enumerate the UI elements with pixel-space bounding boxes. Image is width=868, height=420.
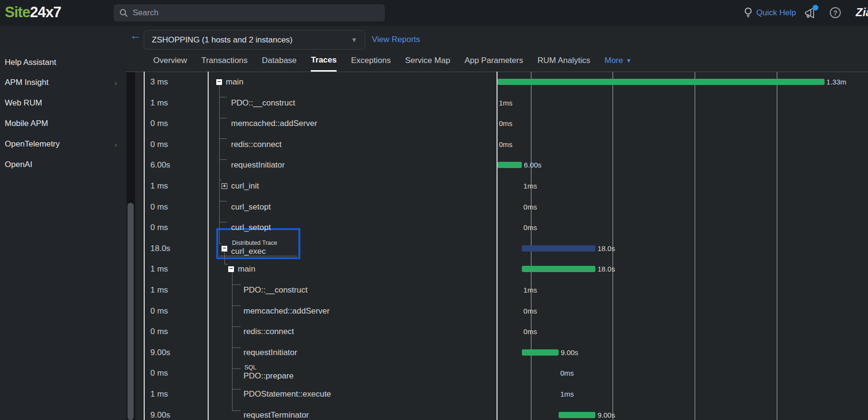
sidebar-item-opentelemetry[interactable]: OpenTelemetry› <box>0 136 126 152</box>
tab-more[interactable]: More▼ <box>604 50 632 72</box>
collapse-icon[interactable]: − <box>216 79 222 85</box>
global-search-bar[interactable] <box>114 4 385 21</box>
tab-rum-analytics[interactable]: RUM Analytics <box>538 50 591 72</box>
tree-connector-line <box>219 159 227 160</box>
timeline-bar-green[interactable] <box>522 266 595 272</box>
timeline-bar-green[interactable] <box>498 79 825 85</box>
collapse-icon[interactable]: − <box>222 246 227 252</box>
quick-help-button[interactable]: Quick Help <box>744 7 796 19</box>
trace-row[interactable]: 0 msPDO::prepareSQL0ms <box>0 363 868 384</box>
tab-transactions[interactable]: Transactions <box>201 50 248 72</box>
trace-row[interactable]: 18.0scurl_execDistributed Trace−18.0s <box>0 238 868 259</box>
tree-connector-line <box>232 326 241 327</box>
zia-logo[interactable]: Zia <box>856 6 868 22</box>
trace-row[interactable]: 0 msmemcached::addServer0ms <box>0 301 868 322</box>
timeline-bar-green[interactable] <box>498 162 522 168</box>
sidebar-item-openai[interactable]: OpenAI <box>0 157 126 173</box>
timeline-bar-value: 18.0s <box>597 238 615 259</box>
tree-connector-line <box>219 80 220 244</box>
tree-connector-line <box>219 222 227 222</box>
trace-row[interactable]: 6.00srequestInitiator6.00s <box>0 155 868 176</box>
tree-connector-line <box>232 284 241 285</box>
tab-database[interactable]: Database <box>262 50 297 72</box>
span-name[interactable]: main <box>238 259 255 280</box>
timeline-bar-green[interactable] <box>559 412 595 418</box>
tab-service-map[interactable]: Service Map <box>405 50 450 72</box>
span-name[interactable]: memcached::addServer <box>243 301 329 322</box>
trace-row[interactable]: 3 msmain−1.33m <box>0 72 868 93</box>
chevron-down-icon: ▼ <box>626 57 632 64</box>
help-circle-button[interactable]: ? <box>830 7 841 18</box>
application-selector-dropdown[interactable]: ZSHOPPING (1 hosts and 2 instances) ▼ <box>144 30 365 50</box>
sidebar-item-web-rum[interactable]: Web RUM <box>0 95 126 111</box>
trace-row[interactable]: 0 mscurl_setopt0ms <box>0 197 868 218</box>
trace-row[interactable]: 0 mscurl_setopt0ms <box>0 217 868 238</box>
span-duration: 0 ms <box>150 321 168 342</box>
tree-connector-line <box>219 138 227 139</box>
span-name[interactable]: requestInitiator <box>243 342 297 363</box>
site24x7-logo[interactable]: Site24x7 <box>5 4 61 21</box>
span-name[interactable]: curl_setopt <box>231 217 271 238</box>
trace-row[interactable]: 9.00srequestTerminator9.00s <box>0 405 868 420</box>
tab-overview[interactable]: Overview <box>153 50 187 72</box>
span-name[interactable]: redis::connect <box>243 321 294 342</box>
trace-row[interactable]: 0 msmemcached::addServer0ms <box>0 113 868 134</box>
trace-row[interactable]: 1 msPDOStatement::execute1ms <box>0 384 868 405</box>
tab-label: App Parameters <box>465 56 523 65</box>
span-duration: 1 ms <box>150 384 168 405</box>
sidebar-item-label: Web RUM <box>5 98 42 108</box>
tree-connector-line <box>232 410 241 411</box>
span-name[interactable]: main <box>226 72 243 93</box>
timeline-bar-green[interactable] <box>522 349 559 356</box>
timeline-bar-value: 18.0s <box>597 259 615 280</box>
trace-row[interactable]: 1 mscurl_init+1ms <box>0 176 868 197</box>
trace-row[interactable]: 1 msPDO::__construct1ms <box>0 280 868 301</box>
view-reports-link[interactable]: View Reports <box>372 35 420 44</box>
tab-app-parameters[interactable]: App Parameters <box>465 50 523 72</box>
tab-label: Exceptions <box>351 56 391 65</box>
search-input[interactable] <box>133 8 362 18</box>
announcements-button[interactable] <box>804 7 817 20</box>
timeline-bar-blue[interactable] <box>522 245 595 252</box>
span-name[interactable]: PDO::__construct <box>243 280 307 301</box>
tree-connector-line <box>219 243 222 244</box>
back-button[interactable]: ← <box>130 29 141 42</box>
trace-row[interactable]: 1 msPDO::__construct1ms <box>0 93 868 114</box>
application-selector-value: ZSHOPPING (1 hosts and 2 instances) <box>152 35 351 45</box>
tab-exceptions[interactable]: Exceptions <box>351 50 391 72</box>
span-name[interactable]: PDO::__construct <box>231 93 295 114</box>
span-name[interactable]: PDOStatement::execute <box>243 384 331 405</box>
timeline-value-label: 0ms <box>499 134 512 155</box>
sidebar-item-label: Mobile APM <box>5 119 48 128</box>
sidebar-item-apm-insight[interactable]: APM Insight› <box>0 74 126 91</box>
sidebar-item-help-assistant[interactable]: Help Assistant <box>0 54 126 71</box>
span-duration: 1 ms <box>150 176 168 197</box>
timeline-value-label: 1ms <box>499 93 512 114</box>
span-name[interactable]: curl_setopt <box>231 197 271 218</box>
span-name[interactable]: requestInitiator <box>231 155 285 176</box>
timeline-bar-value: 9.00s <box>597 405 615 420</box>
span-duration: 1 ms <box>150 259 168 280</box>
span-name[interactable]: redis::connect <box>231 134 282 155</box>
trace-row[interactable]: 1 msmain−18.0s <box>0 259 868 280</box>
span-name[interactable]: requestTerminator <box>243 405 309 420</box>
timeline-bar-value: 1.33m <box>826 72 847 93</box>
span-name[interactable]: memcached::addServer <box>231 113 317 134</box>
collapse-icon[interactable]: − <box>228 266 234 272</box>
span-duration: 0 ms <box>150 134 168 155</box>
span-duration: 9.00s <box>150 342 170 363</box>
sidebar-item-mobile-apm[interactable]: Mobile APM <box>0 116 126 132</box>
timeline-value-label: 0ms <box>523 301 537 322</box>
trace-row[interactable]: 0 msredis::connect0ms <box>0 134 868 155</box>
expand-icon[interactable]: + <box>222 183 227 189</box>
span-name[interactable]: curl_init <box>231 176 259 197</box>
tree-connector-line <box>219 201 227 201</box>
tab-label: Service Map <box>405 56 450 65</box>
trace-row[interactable]: 9.00srequestInitiator9.00s <box>0 342 868 363</box>
trace-row[interactable]: 0 msredis::connect0ms <box>0 321 868 342</box>
tab-traces[interactable]: Traces <box>311 50 337 72</box>
tab-label: More <box>604 56 623 65</box>
span-duration: 9.00s <box>150 405 170 420</box>
sidebar-item-label: OpenTelemetry <box>5 139 60 149</box>
tree-connector-line <box>232 347 241 348</box>
